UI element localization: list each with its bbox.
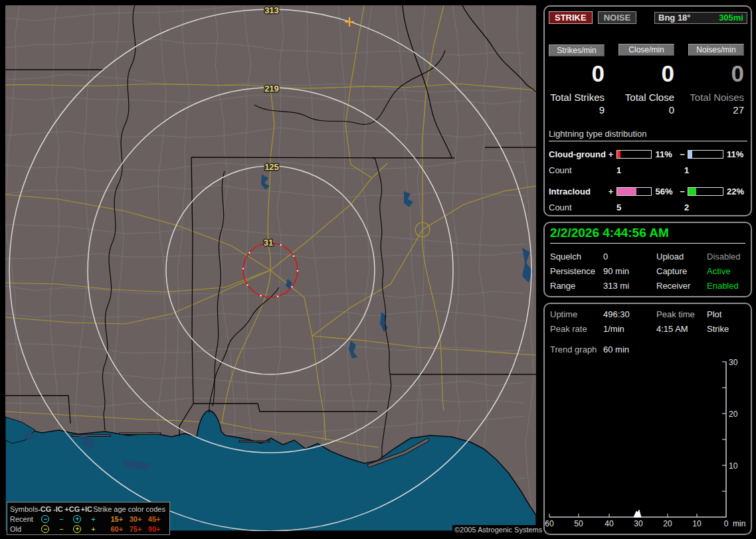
x-ticks: 60 50 40 30 20 10 0 min [545, 514, 745, 528]
cloud-ground-row: Cloud-ground + 11% − 11% [549, 149, 747, 159]
age-90: 90+ [148, 525, 167, 533]
receiver-label: Receiver [656, 281, 707, 291]
age-15: 15+ [110, 515, 129, 523]
total-close-label: Total Close [608, 92, 674, 103]
upload-status: Disabled [707, 252, 745, 262]
ring-label-31: 31 [264, 238, 273, 248]
intracloud-count-row: Count 5 2 [549, 202, 747, 212]
strikes-rate-value: 0 [549, 62, 605, 85]
xtick-20: 20 [663, 519, 672, 528]
circle-minus-icon: − [37, 524, 53, 534]
legend-row-recent-label: Recent [10, 515, 37, 523]
xtick-40: 40 [605, 519, 614, 528]
bearing-distance-readout: Bng 18° 305mi [654, 12, 747, 24]
ytick-20: 20 [729, 410, 738, 419]
circle-plus-icon: + [69, 514, 85, 524]
capture-label: Capture [656, 266, 707, 276]
minus-sign: − [680, 149, 688, 159]
ic-positive-count: 5 [616, 202, 654, 212]
legend-col-neg-cg: -CG [38, 505, 51, 513]
strike-toggle-button[interactable]: STRIKE [549, 11, 593, 24]
minus-sign: − [680, 187, 688, 196]
total-noises-label: Total Noises [678, 92, 744, 103]
cg-negative-bar [688, 150, 723, 159]
distance-value: 305mi [719, 13, 743, 23]
ic-negative-count: 2 [684, 202, 721, 212]
noises-per-min-button[interactable]: Noises/min [688, 44, 744, 56]
ic-negative-bar [688, 187, 723, 196]
upload-label: Upload [656, 252, 707, 262]
minus-icon: − [53, 515, 69, 523]
total-noises-value: 27 [678, 104, 744, 116]
cg-negative-pct: 11% [723, 149, 747, 159]
legend-col-pos-ic: +IC [80, 505, 93, 513]
squelch-label: Squelch [550, 252, 603, 262]
age-60: 60+ [110, 525, 129, 533]
cloud-ground-count-row: Count 1 1 [549, 165, 747, 175]
x-axis-unit: min [733, 519, 745, 528]
ytick-10: 10 [729, 461, 738, 471]
xtick-0: 0 [724, 519, 729, 528]
persistence-label: Persistence [550, 266, 603, 276]
map-svg: 313 219 125 31 [5, 5, 536, 531]
ytick-30: 30 [729, 358, 738, 367]
copyright-text: ©2005 Astrogenic Systems [452, 525, 544, 534]
stats-panel: Uptime 496:30 Peak time Plot Peak rate 1… [543, 303, 752, 535]
plus-icon: + [85, 525, 101, 533]
range-label: Range [550, 281, 603, 291]
strikes-per-min-button[interactable]: Strikes/min [549, 44, 605, 56]
minus-icon: − [53, 525, 69, 533]
capture-status: Active [707, 266, 745, 276]
legend-row-old-label: Old [10, 525, 37, 533]
y-ticks: 30 20 10 [722, 358, 738, 491]
age-30: 30+ [130, 515, 148, 523]
age-75: 75+ [130, 525, 148, 533]
total-close-value: 0 [608, 104, 674, 116]
range-value: 313 mi [603, 281, 656, 291]
cg-negative-count: 1 [684, 165, 721, 175]
ic-positive-pct: 56% [652, 187, 680, 196]
total-strikes-value: 9 [549, 104, 605, 116]
map-canvas[interactable]: 313 219 125 31 [5, 5, 536, 531]
distribution-title: Lightning type distribution [549, 129, 747, 141]
trend-spike [634, 510, 641, 517]
ring-label-125: 125 [264, 162, 279, 172]
total-strikes-label: Total Strikes [549, 92, 605, 103]
cloud-ground-label: Cloud-ground [549, 149, 609, 159]
symbol-legend: Symbols -CG -IC +CG +IC Strike age color… [7, 502, 170, 535]
trend-graph: 30 20 10 60 50 40 30 20 10 0 min [545, 304, 751, 534]
legend-col-neg-ic: -IC [51, 505, 64, 513]
datetime-display: 2/2/2026 4:44:56 AM [550, 226, 745, 244]
intracloud-row: Intracloud + 56% − 22% [549, 186, 747, 196]
bearing-value: Bng 18° [658, 13, 691, 23]
xtick-10: 10 [692, 519, 702, 528]
counters-panel: STRIKE NOISE Bng 18° 305mi Strikes/min C… [543, 5, 752, 216]
cg-positive-bar [616, 150, 652, 159]
count-label: Count [549, 165, 616, 175]
legend-age-header: Strike age color codes [93, 505, 167, 513]
plus-sign: + [609, 187, 616, 196]
circle-plus-icon: + [69, 524, 85, 534]
squelch-value: 0 [603, 252, 656, 262]
receiver-status: Enabled [707, 281, 745, 291]
close-rate-value: 0 [608, 62, 674, 85]
close-per-min-button[interactable]: Close/min [618, 44, 674, 56]
xtick-30: 30 [634, 519, 643, 528]
ring-label-313: 313 [264, 5, 279, 15]
legend-header: Symbols [10, 505, 38, 513]
count-label: Count [549, 202, 616, 212]
ic-negative-pct: 22% [723, 187, 747, 196]
cg-positive-count: 1 [616, 165, 654, 175]
persistence-value: 90 min [603, 266, 656, 276]
circle-minus-icon: − [37, 514, 53, 524]
plus-sign: + [609, 149, 616, 159]
xtick-60: 60 [545, 519, 554, 528]
age-45: 45+ [148, 515, 167, 523]
noises-rate-value: 0 [678, 62, 744, 85]
ring-label-219: 219 [264, 84, 279, 94]
legend-col-pos-cg: +CG [64, 505, 80, 513]
noise-toggle-button[interactable]: NOISE [598, 11, 636, 24]
cg-positive-pct: 11% [652, 149, 680, 159]
ic-positive-bar [616, 187, 652, 196]
intracloud-label: Intracloud [549, 187, 609, 196]
